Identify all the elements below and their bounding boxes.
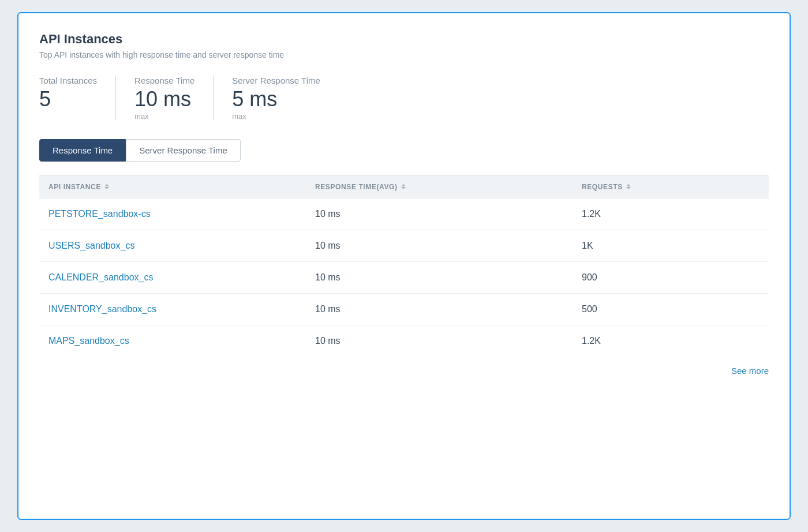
metric-server-response-time: Server Response Time 5 ms max bbox=[232, 76, 339, 121]
sort-icon-response-time[interactable] bbox=[401, 184, 406, 189]
cell-requests: 1K bbox=[582, 241, 760, 251]
total-instances-label: Total Instances bbox=[39, 76, 97, 85]
cell-requests: 1.2K bbox=[582, 209, 760, 219]
cell-instance: INVENTORY_sandbox_cs bbox=[48, 304, 315, 314]
cell-response-time: 10 ms bbox=[315, 272, 582, 283]
metric-total-instances: Total Instances 5 bbox=[39, 76, 116, 121]
cell-response-time: 10 ms bbox=[315, 209, 582, 219]
see-more-row: See more bbox=[39, 366, 769, 376]
total-instances-value: 5 bbox=[39, 88, 97, 111]
cell-response-time: 10 ms bbox=[315, 241, 582, 251]
response-time-value: 10 ms bbox=[134, 88, 194, 111]
cell-requests: 1.2K bbox=[582, 336, 760, 346]
table-row: PETSTORE_sandbox-cs 10 ms 1.2K bbox=[39, 198, 769, 230]
instance-link[interactable]: INVENTORY_sandbox_cs bbox=[48, 304, 156, 314]
metric-response-time: Response Time 10 ms max bbox=[134, 76, 214, 121]
instance-link[interactable]: CALENDER_sandbox_cs bbox=[48, 272, 153, 282]
cell-requests: 500 bbox=[582, 304, 760, 314]
card-subtitle: Top API instances with high response tim… bbox=[39, 50, 769, 59]
cell-requests: 900 bbox=[582, 272, 760, 283]
instance-link[interactable]: MAPS_sandbox_cs bbox=[48, 336, 129, 346]
cell-instance: MAPS_sandbox_cs bbox=[48, 336, 315, 346]
sort-icon-requests[interactable] bbox=[626, 184, 631, 189]
data-table: API INSTANCE RESPONSE TIME(AVG) REQUESTS bbox=[39, 175, 769, 357]
see-more-button[interactable]: See more bbox=[731, 366, 769, 376]
table-row: INVENTORY_sandbox_cs 10 ms 500 bbox=[39, 294, 769, 325]
table-row: USERS_sandbox_cs 10 ms 1K bbox=[39, 230, 769, 262]
cell-response-time: 10 ms bbox=[315, 304, 582, 314]
cell-instance: CALENDER_sandbox_cs bbox=[48, 272, 315, 283]
sort-icon-api-instance[interactable] bbox=[104, 184, 109, 189]
tabs-row: Response Time Server Response Time bbox=[39, 139, 769, 162]
api-instances-card: API Instances Top API instances with hig… bbox=[17, 12, 791, 520]
table-body: PETSTORE_sandbox-cs 10 ms 1.2K USERS_san… bbox=[39, 198, 769, 357]
response-time-label: Response Time bbox=[134, 76, 194, 85]
cell-response-time: 10 ms bbox=[315, 336, 582, 346]
tab-response-time[interactable]: Response Time bbox=[39, 139, 126, 162]
tab-server-response-time[interactable]: Server Response Time bbox=[126, 139, 241, 162]
table-row: MAPS_sandbox_cs 10 ms 1.2K bbox=[39, 325, 769, 357]
col-api-instance: API INSTANCE bbox=[48, 183, 315, 191]
table-header: API INSTANCE RESPONSE TIME(AVG) REQUESTS bbox=[39, 175, 769, 198]
table-row: CALENDER_sandbox_cs 10 ms 900 bbox=[39, 262, 769, 294]
cell-instance: PETSTORE_sandbox-cs bbox=[48, 209, 315, 219]
col-requests: REQUESTS bbox=[582, 183, 760, 191]
card-header: API Instances Top API instances with hig… bbox=[39, 32, 769, 59]
server-response-time-value: 5 ms bbox=[232, 88, 320, 111]
card-title: API Instances bbox=[39, 32, 769, 47]
response-time-sub: max bbox=[134, 112, 194, 121]
col-response-time-avg: RESPONSE TIME(AVG) bbox=[315, 183, 582, 191]
instance-link[interactable]: PETSTORE_sandbox-cs bbox=[48, 209, 151, 219]
cell-instance: USERS_sandbox_cs bbox=[48, 241, 315, 251]
metrics-row: Total Instances 5 Response Time 10 ms ma… bbox=[39, 76, 769, 121]
server-response-time-label: Server Response Time bbox=[232, 76, 320, 85]
server-response-time-sub: max bbox=[232, 112, 320, 121]
instance-link[interactable]: USERS_sandbox_cs bbox=[48, 241, 134, 250]
